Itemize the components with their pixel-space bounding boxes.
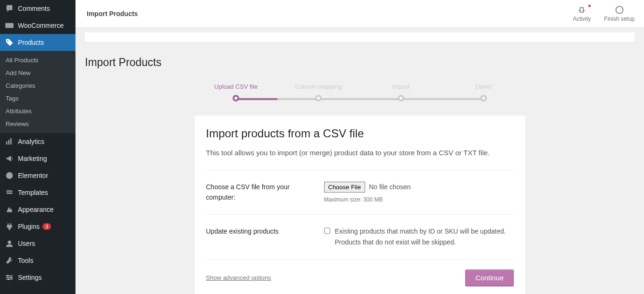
plugins-icon: [5, 222, 14, 231]
elementor-icon: [5, 171, 14, 180]
step-mapping: Column mapping: [277, 83, 360, 101]
products-submenu: All Products Add New Categories Tags Att…: [0, 51, 75, 133]
step-label: Done!: [443, 83, 525, 90]
sidebar-label: Users: [18, 240, 35, 247]
woocommerce-icon: [5, 21, 14, 30]
svg-rect-0: [5, 23, 14, 28]
step-dot: [315, 95, 322, 101]
step-label: Upload CSV file: [195, 83, 277, 90]
sidebar-item-templates[interactable]: Templates: [0, 184, 75, 201]
sidebar-label: Comments: [18, 5, 50, 12]
templates-icon: [5, 188, 14, 197]
card-title: Import products from a CSV file: [206, 127, 514, 140]
plugins-badge: 3: [42, 223, 51, 230]
step-done: Done!: [443, 83, 525, 101]
update-existing-checkbox[interactable]: [324, 227, 330, 235]
step-upload: Upload CSV file: [195, 83, 277, 101]
continue-button[interactable]: Continue: [465, 269, 513, 286]
svg-point-4: [6, 172, 13, 179]
sidebar-item-tools[interactable]: Tools: [0, 252, 75, 269]
tools-icon: [5, 256, 14, 265]
submenu-attributes[interactable]: Attributes: [0, 105, 75, 118]
submenu-all-products[interactable]: All Products: [0, 54, 75, 67]
file-status: No file chosen: [369, 183, 411, 191]
finish-setup-icon: [604, 5, 635, 15]
sidebar-label: Elementor: [18, 172, 48, 179]
sidebar-label: Analytics: [18, 138, 44, 145]
activity-label: Activity: [573, 16, 591, 22]
sidebar-item-comments[interactable]: Comments: [0, 0, 75, 17]
sidebar-item-settings[interactable]: Settings: [0, 269, 75, 286]
svg-rect-2: [8, 140, 9, 144]
sidebar-label: Templates: [18, 189, 48, 196]
sidebar-item-appearance[interactable]: Appearance: [0, 201, 75, 218]
wizard-steps: Upload CSV file Column mapping Import: [195, 83, 525, 101]
users-icon: [5, 239, 14, 248]
topbar: Import Products Activity Finish setup: [75, 0, 644, 28]
svg-rect-3: [10, 138, 12, 145]
card-description: This tool allows you to import (or merge…: [206, 148, 514, 159]
settings-icon: [5, 273, 14, 282]
notice-strip: [85, 33, 635, 42]
sidebar-label: Plugins: [18, 223, 40, 230]
products-icon: [5, 38, 14, 47]
sidebar-item-products[interactable]: Products: [0, 34, 75, 51]
sidebar-item-analytics[interactable]: Analytics: [0, 133, 75, 150]
submenu-reviews[interactable]: Reviews: [0, 118, 75, 130]
step-label: Column mapping: [277, 83, 360, 90]
svg-rect-1: [6, 142, 8, 144]
appearance-icon: [5, 205, 14, 214]
choose-file-button[interactable]: Choose File: [324, 182, 365, 193]
svg-point-9: [7, 275, 9, 277]
comments-icon: [5, 4, 14, 13]
sidebar-item-users[interactable]: Users: [0, 235, 75, 252]
svg-point-12: [616, 7, 623, 14]
update-description: Existing products that match by ID or SK…: [335, 226, 514, 249]
step-dot: [480, 95, 487, 101]
svg-point-10: [10, 277, 12, 278]
sidebar-label: Products: [18, 39, 44, 46]
sidebar-item-woocommerce[interactable]: WooCommerce: [0, 17, 75, 34]
sidebar-item-marketing[interactable]: Marketing: [0, 150, 75, 167]
analytics-icon: [5, 137, 14, 146]
choose-file-label: Choose a CSV file from your computer:: [206, 182, 315, 203]
activity-button[interactable]: Activity: [573, 5, 591, 22]
sidebar-item-plugins[interactable]: Plugins 3: [0, 218, 75, 235]
sidebar-label: Settings: [18, 274, 42, 281]
step-label: Import: [360, 83, 443, 90]
marketing-icon: [5, 154, 14, 163]
sidebar-item-elementor[interactable]: Elementor: [0, 167, 75, 184]
svg-point-11: [8, 278, 9, 280]
sidebar-label: Tools: [18, 257, 33, 264]
finish-label: Finish setup: [604, 16, 635, 22]
step-import: Import: [360, 83, 443, 101]
topbar-title: Import Products: [87, 10, 573, 17]
finish-setup-button[interactable]: Finish setup: [604, 5, 635, 22]
update-existing-label: Update existing products: [206, 226, 315, 249]
show-advanced-link[interactable]: Show advanced options: [206, 274, 271, 281]
import-card: Import products from a CSV file This too…: [195, 116, 525, 294]
page-title: Import Products: [85, 56, 635, 69]
svg-point-5: [8, 241, 11, 244]
notification-dot: [588, 5, 591, 7]
admin-sidebar: Comments WooCommerce Products All Produc…: [0, 0, 75, 294]
sidebar-label: Appearance: [18, 206, 54, 213]
max-size-hint: Maximum size: 300 MB: [324, 196, 514, 203]
sidebar-label: WooCommerce: [18, 22, 64, 29]
submenu-tags[interactable]: Tags: [0, 92, 75, 105]
step-dot: [233, 95, 239, 101]
submenu-add-new[interactable]: Add New: [0, 67, 75, 79]
step-dot: [398, 95, 404, 101]
sidebar-label: Marketing: [18, 155, 47, 162]
activity-icon: [573, 5, 591, 15]
submenu-categories[interactable]: Categories: [0, 79, 75, 92]
